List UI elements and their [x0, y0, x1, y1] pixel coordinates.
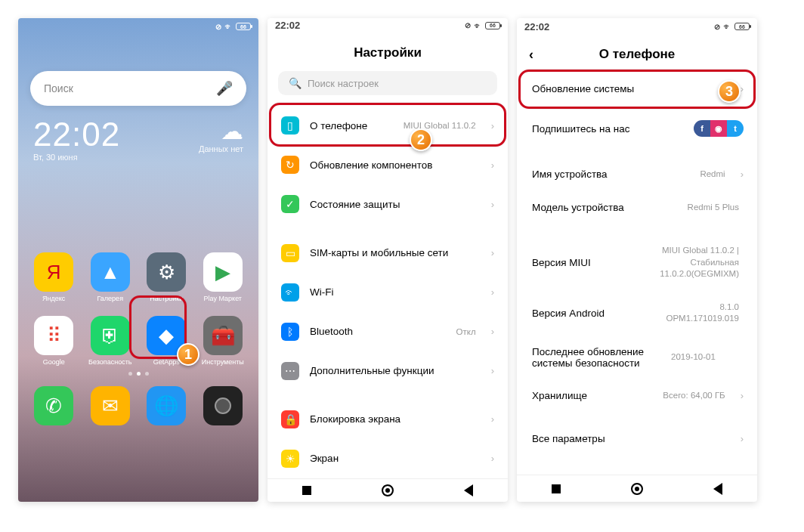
system-update-label: Обновление системы: [532, 83, 730, 94]
row-label: Bluetooth: [310, 326, 446, 337]
settings-block: ▭ SIM-карты и мобильные сети ›ᯤ Wi-Fi ›ᛒ…: [267, 234, 508, 391]
about-row[interactable]: Последнее обновление системы безопасност…: [517, 336, 757, 379]
back-button[interactable]: ‹: [529, 47, 533, 63]
instagram-icon[interactable]: ◉: [710, 120, 727, 137]
step-bubble-1: 1: [177, 343, 199, 366]
do-not-disturb-icon: ⊘: [714, 23, 720, 31]
app-label: Галерея: [97, 295, 123, 302]
about-row[interactable]: Все параметры ›: [517, 422, 757, 455]
settings-search[interactable]: 🔍 Поиск настроек: [278, 71, 497, 96]
twitter-icon[interactable]: t: [727, 120, 744, 137]
phone-about-screen: 22:02 ⊘ ᯤ 66 ‹ О телефоне Обновление сис…: [517, 18, 757, 502]
about-rows: Имя устройства Redmi ›Модель устройства …: [517, 158, 757, 455]
row-icon: ☀: [281, 450, 299, 468]
phone-icon: ▯: [281, 116, 299, 135]
row-icon: 🔒: [281, 410, 299, 428]
about-phone-row-wrap: ▯ О телефоне MIUI Global 11.0.2 › 2: [267, 106, 508, 145]
system-update-row-wrap: Обновление системы › 3: [517, 73, 757, 105]
row-label: SIM-карты и мобильные сети: [310, 247, 481, 258]
chevron-right-icon: ›: [491, 159, 494, 171]
wifi-icon: ᯤ: [723, 22, 731, 31]
about-row-value: 8.1.0 OPM1.171019.019: [666, 302, 739, 325]
browser-app-icon[interactable]: 🌐: [147, 386, 186, 425]
messages-app-icon[interactable]: ✉: [91, 386, 130, 425]
chevron-right-icon: ›: [741, 390, 744, 401]
about-row-label: Версия MIUI: [532, 257, 619, 268]
clock-date: Вт, 30 июня: [33, 153, 120, 162]
facebook-icon[interactable]: f: [694, 120, 710, 137]
settings-row[interactable]: ᛒ Bluetooth Откл ›: [267, 312, 508, 351]
row-label: Экран: [310, 453, 481, 464]
battery-indicator: 66: [485, 22, 500, 29]
about-row[interactable]: Имя устройства Redmi ›: [517, 158, 757, 191]
settings-row[interactable]: ▭ SIM-карты и мобильные сети ›: [267, 234, 508, 273]
settings-row[interactable]: ↻ Обновление компонентов ›: [267, 145, 508, 184]
settings-row[interactable]: ☀ Экран ›: [267, 439, 508, 478]
chevron-right-icon: ›: [741, 83, 744, 94]
page-indicator: [18, 372, 258, 376]
clock-widget[interactable]: 22:02 Вт, 30 июня ☁ Данных нет: [33, 118, 243, 162]
about-row-label: Последнее обновление системы безопасност…: [532, 346, 660, 369]
app-label: Play Маркет: [204, 295, 242, 302]
settings-header: Настройки: [267, 32, 508, 71]
about-row-value: Redmi: [700, 169, 725, 181]
weather-widget[interactable]: ☁ Данных нет: [199, 118, 243, 153]
settings-row[interactable]: ✓ Состояние защиты ›: [267, 184, 508, 224]
nav-recent-icon[interactable]: [552, 484, 561, 493]
row-icon: ▭: [281, 244, 299, 262]
app-glyph-icon: ▶: [203, 252, 243, 292]
app-glyph-icon: ⠿: [34, 316, 73, 355]
row-label: Дополнительные функции: [310, 365, 481, 376]
search-placeholder: Поиск: [44, 82, 73, 94]
chevron-right-icon: ›: [741, 169, 744, 180]
do-not-disturb-icon: ⊘: [465, 21, 471, 29]
app-icon-Google[interactable]: ⠿Google: [27, 316, 81, 366]
settings-row[interactable]: ⋯ Дополнительные функции ›: [267, 351, 508, 391]
about-row-label: Имя устройства: [532, 169, 689, 180]
chevron-right-icon: ›: [491, 453, 494, 464]
app-icon-Безопасность[interactable]: ⛨Безопасность: [84, 316, 138, 366]
row-icon: ↻: [281, 156, 299, 174]
camera-app-icon[interactable]: [203, 386, 243, 425]
nav-bar: [267, 478, 508, 502]
chevron-right-icon: ›: [741, 433, 744, 444]
chevron-right-icon: ›: [491, 326, 494, 337]
about-row[interactable]: Модель устройства Redmi 5 Plus: [517, 191, 757, 224]
row-label: Wi-Fi: [310, 286, 465, 298]
app-icon-Инструменты[interactable]: 🧰Инструменты: [196, 316, 250, 366]
status-bar: ⊘ ᯤ 66: [18, 18, 258, 33]
phone-app-icon[interactable]: ✆: [34, 386, 73, 425]
app-grid: ЯЯндекс▲Галерея⚙Настройки▶Play Маркет⠿Go…: [18, 252, 258, 366]
status-bar: 22:02 ⊘ ᯤ 66: [517, 18, 757, 33]
about-row[interactable]: Хранилище Всего: 64,00 ГБ ›: [517, 379, 757, 413]
app-label: Настройки: [150, 295, 183, 302]
about-row-label: Хранилище: [532, 390, 652, 401]
settings-row[interactable]: ᯤ Wi-Fi ›: [267, 273, 508, 312]
about-phone-value: MIUI Global 11.0.2: [404, 121, 476, 130]
chevron-right-icon: ›: [491, 120, 494, 131]
nav-back-icon[interactable]: [713, 483, 722, 495]
app-icon-Настройки[interactable]: ⚙Настройки: [140, 252, 193, 302]
social-icons: f ◉ t: [694, 120, 744, 137]
wifi-icon: ᯤ: [224, 22, 233, 31]
status-time: 22:02: [275, 20, 300, 31]
about-phone-row[interactable]: ▯ О телефоне MIUI Global 11.0.2 ›: [267, 106, 508, 145]
nav-back-icon[interactable]: [464, 484, 473, 496]
row-label: Блокировка экрана: [310, 413, 481, 425]
about-row[interactable]: Версия MIUI MIUI Global 11.0.2 | Стабиль…: [517, 234, 757, 291]
settings-row[interactable]: 🔒 Блокировка экрана ›: [267, 400, 508, 439]
app-icon-Яндекс[interactable]: ЯЯндекс: [27, 252, 81, 302]
subscribe-row[interactable]: Подпишитесь на нас f ◉ t: [517, 110, 757, 147]
app-glyph-icon: 🧰: [203, 316, 243, 355]
app-icon-Галерея[interactable]: ▲Галерея: [84, 252, 138, 302]
about-row[interactable]: Версия Android 8.1.0 OPM1.171019.019: [517, 291, 757, 336]
app-icon-Play Маркет[interactable]: ▶Play Маркет: [196, 252, 250, 302]
mic-icon[interactable]: 🎤: [216, 80, 233, 97]
nav-recent-icon[interactable]: [302, 486, 311, 495]
nav-home-icon[interactable]: [631, 483, 643, 495]
nav-home-icon[interactable]: [382, 484, 394, 496]
search-bar[interactable]: Поиск 🎤: [30, 71, 246, 106]
dock: ✆ ✉ 🌐: [18, 382, 258, 439]
about-row-label: Модель устройства: [532, 202, 677, 213]
phone-home-screen: ⊘ ᯤ 66 Поиск 🎤 22:02 Вт, 30 июня ☁ Данны…: [18, 18, 258, 502]
